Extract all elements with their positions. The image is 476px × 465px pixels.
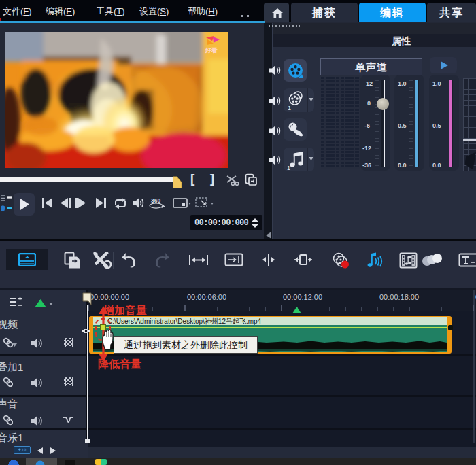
svg-text:1: 1 — [287, 165, 290, 171]
svg-text:好看: 好看 — [205, 47, 218, 54]
svg-text:1: 1 — [288, 105, 291, 111]
